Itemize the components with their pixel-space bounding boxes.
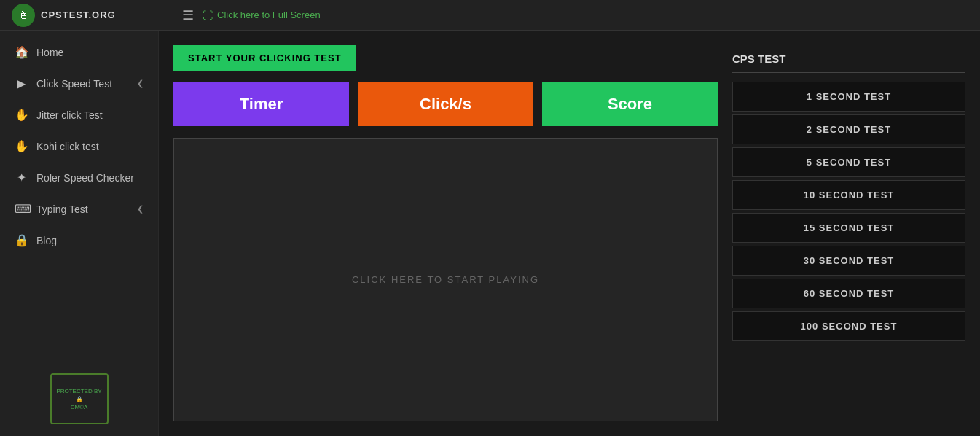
cps-test-header: CPS TEST: [732, 45, 965, 73]
sidebar-item-home[interactable]: 🏠 Home: [0, 36, 158, 68]
fullscreen-button[interactable]: Click here to Full Screen: [203, 9, 321, 21]
main-layout: 🏠 Home ▶ Click Speed Test ❮ ✋ Jitter cli…: [0, 31, 980, 436]
right-panel: CPS TEST 1 SECOND TEST 2 SECOND TEST 5 S…: [732, 45, 965, 421]
score-box[interactable]: Score: [542, 82, 718, 126]
sidebar-item-roler[interactable]: ✦ Roler Speed Checker: [0, 162, 158, 193]
logo-area: 🖱 CPSTEST.ORG: [12, 4, 170, 27]
sidebar-item-label-home: Home: [36, 47, 63, 58]
sidebar-item-label-blog: Blog: [36, 235, 57, 246]
timer-box[interactable]: Timer: [173, 82, 349, 126]
test-btn-10[interactable]: 10 SECOND TEST: [732, 180, 965, 210]
dmca-text: DM©A: [71, 404, 88, 410]
blog-icon: 🔒: [15, 233, 28, 247]
game-area-text: CLICK HERE TO START PLAYING: [352, 274, 539, 285]
test-btn-15[interactable]: 15 SECOND TEST: [732, 213, 965, 243]
click-speed-icon: ▶: [15, 77, 28, 90]
logo-icon: 🖱: [12, 4, 35, 27]
sidebar-item-label-jitter: Jitter click Test: [36, 109, 103, 121]
test-btn-30[interactable]: 30 SECOND TEST: [732, 246, 965, 276]
content-area: START YOUR CLICKING TEST Timer Click/s S…: [159, 31, 980, 436]
sidebar-item-click-speed[interactable]: ▶ Click Speed Test ❮: [0, 68, 158, 99]
sidebar-item-blog[interactable]: 🔒 Blog: [0, 225, 158, 256]
test-btn-60[interactable]: 60 SECOND TEST: [732, 279, 965, 308]
jitter-icon: ✋: [15, 108, 28, 122]
sidebar-item-typing[interactable]: ⌨ Typing Test ❮: [0, 193, 158, 225]
dmca-badge: PROTECTED BY 🔒 DM©A: [50, 373, 109, 424]
logo-text: CPSTEST.ORG: [41, 9, 116, 20]
sidebar-item-label-roler: Roler Speed Checker: [36, 172, 134, 184]
test-btn-100[interactable]: 100 SECOND TEST: [732, 311, 965, 341]
start-button[interactable]: START YOUR CLICKING TEST: [173, 45, 356, 71]
sidebar-item-jitter[interactable]: ✋ Jitter click Test: [0, 99, 158, 131]
sidebar-item-label-click-speed: Click Speed Test: [36, 78, 112, 90]
home-icon: 🏠: [15, 45, 28, 59]
clicks-box[interactable]: Click/s: [358, 82, 533, 126]
test-btn-1[interactable]: 1 SECOND TEST: [732, 82, 965, 112]
typing-icon: ⌨: [15, 202, 28, 216]
topbar-right: ☰ Click here to Full Screen: [170, 7, 321, 23]
chevron-icon-typing: ❮: [137, 204, 144, 214]
dmca-protected-text: PROTECTED BY: [56, 388, 101, 394]
sidebar-item-label-kohi: Kohi click test: [36, 141, 99, 152]
sidebar-item-label-typing: Typing Test: [36, 203, 88, 215]
sidebar-item-kohi[interactable]: ✋ Kohi click test: [0, 131, 158, 162]
kohi-icon: ✋: [15, 139, 28, 153]
game-area[interactable]: CLICK HERE TO START PLAYING: [173, 138, 718, 421]
sidebar: 🏠 Home ▶ Click Speed Test ❮ ✋ Jitter cli…: [0, 31, 159, 436]
test-btn-5[interactable]: 5 SECOND TEST: [732, 147, 965, 177]
roler-icon: ✦: [15, 171, 28, 184]
chevron-icon-click-speed: ❮: [137, 79, 144, 88]
topbar: 🖱 CPSTEST.ORG ☰ Click here to Full Scree…: [0, 0, 980, 31]
main-panel: START YOUR CLICKING TEST Timer Click/s S…: [173, 45, 718, 421]
dmca-lock-icon: 🔒: [76, 396, 83, 402]
sidebar-divider: [0, 256, 158, 362]
stats-row: Timer Click/s Score: [173, 82, 718, 126]
test-btn-2[interactable]: 2 SECOND TEST: [732, 114, 965, 144]
hamburger-icon[interactable]: ☰: [182, 7, 194, 23]
